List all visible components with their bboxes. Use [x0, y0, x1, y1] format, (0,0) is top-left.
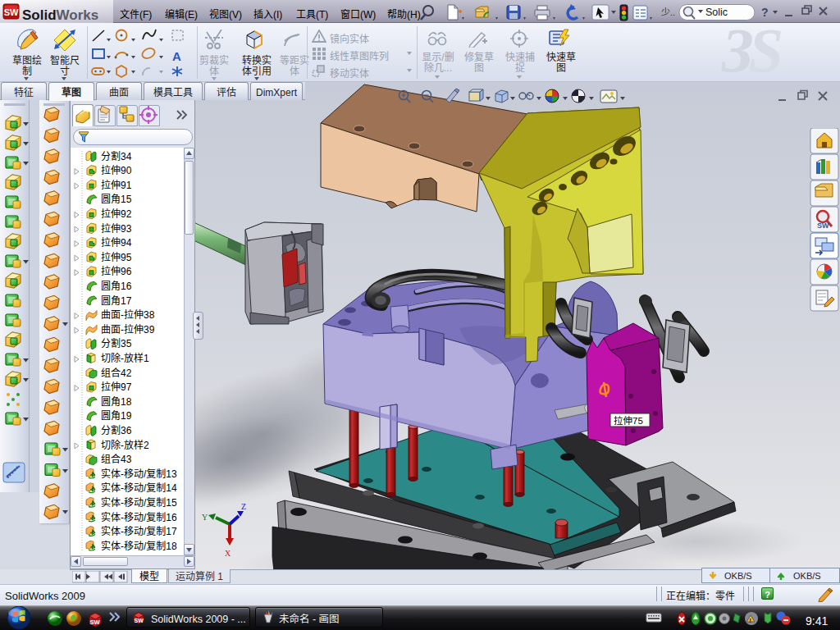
svg-text:实体-移动/复制15: 实体-移动/复制15: [101, 495, 177, 509]
svg-text:拉伸93: 拉伸93: [101, 221, 132, 235]
svg-text:SW: SW: [4, 7, 19, 17]
svg-text:拉伸96: 拉伸96: [101, 263, 132, 277]
svg-text:实体-移动/复制18: 实体-移动/复制18: [101, 538, 177, 552]
svg-text:Z: Z: [241, 502, 246, 511]
svg-text:圆角17: 圆角17: [101, 293, 132, 307]
svg-text:SW: SW: [135, 616, 144, 624]
svg-text:实体-移动/复制14: 实体-移动/复制14: [101, 480, 177, 494]
svg-text:分割34: 分割34: [101, 148, 132, 162]
svg-text:!: !: [749, 615, 751, 624]
svg-text:实体-移动/复制17: 实体-移动/复制17: [101, 523, 177, 537]
svg-text:拉伸95: 拉伸95: [101, 249, 132, 263]
svg-text:OKB/S: OKB/S: [793, 568, 821, 582]
svg-text:切除-放样1: 切除-放样1: [101, 350, 149, 364]
svg-text:A: A: [172, 49, 181, 63]
svg-text:组合43: 组合43: [101, 451, 132, 465]
svg-text:SW: SW: [90, 617, 101, 626]
svg-text:曲面-拉伸39: 曲面-拉伸39: [101, 322, 155, 336]
svg-text:曲面-拉伸38: 曲面-拉伸38: [101, 307, 155, 321]
svg-text:拉伸91: 拉伸91: [101, 177, 132, 191]
svg-text:组合42: 组合42: [101, 365, 132, 379]
svg-text:拉伸75: 拉伸75: [614, 413, 643, 427]
svg-text:实体-移动/复制13: 实体-移动/复制13: [101, 466, 177, 480]
svg-text:Y: Y: [202, 513, 208, 522]
svg-text:分割36: 分割36: [101, 422, 132, 436]
svg-text:OKB/S: OKB/S: [724, 568, 752, 582]
svg-text:SW: SW: [817, 220, 829, 231]
svg-text:圆角15: 圆角15: [101, 191, 132, 205]
svg-text:分割35: 分割35: [101, 336, 132, 349]
svg-text:拉伸92: 拉伸92: [101, 206, 132, 220]
svg-text:圆角18: 圆角18: [101, 394, 132, 408]
svg-text:拉伸90: 拉伸90: [101, 162, 132, 176]
svg-text:拉伸97: 拉伸97: [101, 379, 132, 393]
svg-text:X: X: [225, 549, 231, 558]
svg-text:少..: 少..: [661, 5, 675, 18]
svg-text:拉伸94: 拉伸94: [101, 235, 132, 249]
svg-text:圆角16: 圆角16: [101, 278, 132, 292]
svg-text:圆角19: 圆角19: [101, 408, 132, 422]
svg-text:切除-放样2: 切除-放样2: [101, 437, 149, 451]
svg-text:实体-移动/复制16: 实体-移动/复制16: [101, 509, 177, 523]
